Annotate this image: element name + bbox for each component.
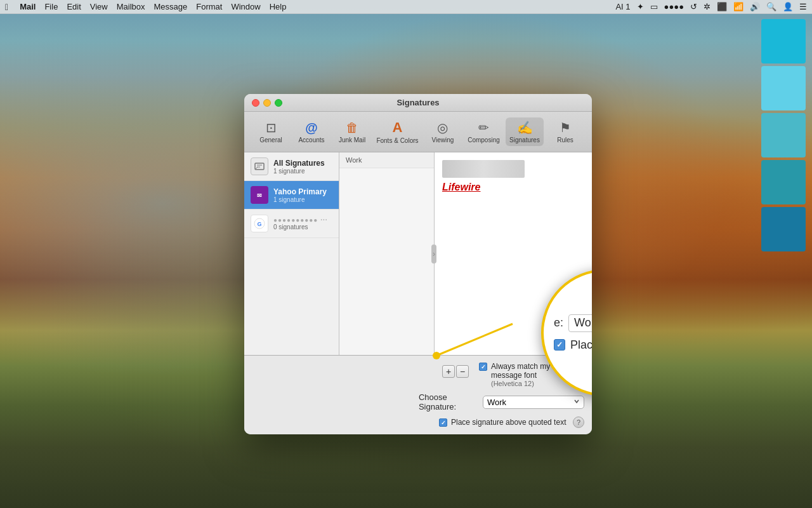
desktop-tile-5 xyxy=(761,207,806,251)
yahoo-primary-name: Yahoo Primary xyxy=(273,187,332,196)
desktop-tile-2 xyxy=(761,66,806,110)
desktop-tile-3 xyxy=(761,113,806,157)
menubar-dropbox-icon: ✦ xyxy=(637,2,644,11)
signatures-label: Signatures xyxy=(509,137,540,144)
remove-signature-button[interactable]: − xyxy=(456,365,469,378)
google-name: ●●●●●●●●●● ··· xyxy=(273,217,332,224)
google-sub: 0 signatures xyxy=(273,224,332,231)
always-match-checkbox[interactable] xyxy=(479,363,487,371)
menu-mail[interactable]: Mail xyxy=(20,2,36,11)
svg-text:✉: ✉ xyxy=(257,192,262,199)
menubar-list-icon: ☰ xyxy=(799,2,807,11)
viewing-label: Viewing xyxy=(432,137,454,144)
rules-icon: ⚑ xyxy=(560,120,571,135)
magnify-choose-row: e: Work xyxy=(554,314,592,332)
menubar-airplay-icon: ⬛ xyxy=(717,2,727,11)
choose-signature-value: Work xyxy=(487,398,570,407)
menubar-ai-icon: AI 1 xyxy=(615,2,630,11)
signatures-dialog: Signatures ⊡ General @ Accounts 🗑 Junk M… xyxy=(244,94,592,434)
account-yahoo-primary[interactable]: ✉ Yahoo Primary 1 signature xyxy=(244,181,339,210)
help-button[interactable]: ? xyxy=(573,417,584,428)
menu-view[interactable]: View xyxy=(90,2,108,11)
viewing-icon: ◎ xyxy=(437,120,448,135)
desktop-tiles xyxy=(761,19,806,251)
magnify-place-checkbox[interactable] xyxy=(554,339,565,351)
desktop-tile-1 xyxy=(761,19,806,64)
menubar-timemachine-icon: ↺ xyxy=(690,2,697,11)
signatures-icon: ✍ xyxy=(517,120,533,135)
magnify-content: e: Work Place xyxy=(544,304,592,362)
menu-message[interactable]: Message xyxy=(154,2,188,11)
signature-preview-image xyxy=(442,160,525,178)
signatures-header: Work xyxy=(339,152,434,168)
menubar-volume-icon: 🔊 xyxy=(750,2,760,11)
composing-icon: ✏ xyxy=(478,120,489,135)
toolbar: ⊡ General @ Accounts 🗑 Junk Mail A Fonts… xyxy=(244,112,592,152)
menubar-search-icon[interactable]: 🔍 xyxy=(766,2,776,11)
toolbar-rules[interactable]: ⚑ Rules xyxy=(546,117,584,146)
apple-menu[interactable]:  xyxy=(5,2,8,12)
all-signatures-sub: 1 signature xyxy=(273,168,332,175)
toolbar-fonts-colors[interactable]: A Fonts & Colors xyxy=(374,117,421,147)
choose-signature-row: Choose Signature: Work xyxy=(252,392,584,411)
toolbar-signatures[interactable]: ✍ Signatures xyxy=(506,117,544,146)
close-button[interactable] xyxy=(252,99,259,107)
place-above-checkbox[interactable] xyxy=(439,418,447,427)
choose-signature-select[interactable]: Work xyxy=(483,396,584,409)
fullscreen-button[interactable] xyxy=(275,99,282,107)
yahoo-primary-info: Yahoo Primary 1 signature xyxy=(273,187,332,203)
place-signature-row: Place signature above quoted text ? xyxy=(439,417,584,428)
toolbar-accounts[interactable]: @ Accounts xyxy=(292,118,331,146)
minimize-button[interactable] xyxy=(263,99,271,107)
menubar-display-icon: ▭ xyxy=(650,2,658,11)
menubar-left:  Mail File Edit View Mailbox Message Fo… xyxy=(5,2,286,12)
toolbar-composing[interactable]: ✏ Composing xyxy=(464,117,503,146)
select-arrow-icon xyxy=(573,398,580,406)
menu-mailbox[interactable]: Mailbox xyxy=(117,2,145,11)
yahoo-primary-sub: 1 signature xyxy=(273,196,332,203)
magnify-place-label: Place xyxy=(570,338,592,352)
yahoo-icon: ✉ xyxy=(251,186,268,204)
signatures-panel: Work xyxy=(339,152,435,355)
account-all-signatures[interactable]: All Signatures 1 signature xyxy=(244,152,339,181)
all-signatures-icon xyxy=(251,157,268,175)
account-google[interactable]: G ●●●●●●●●●● ··· 0 signatures xyxy=(244,210,339,238)
menubar-avatar: 👤 xyxy=(783,2,793,11)
fontscolors-icon: A xyxy=(393,119,403,136)
menubar-bluetooth-icon: ✲ xyxy=(704,2,710,11)
add-remove-buttons: + − xyxy=(442,365,469,378)
menu-window[interactable]: Window xyxy=(231,2,260,11)
traffic-lights xyxy=(252,99,282,107)
google-info: ●●●●●●●●●● ··· 0 signatures xyxy=(273,217,332,231)
rules-label: Rules xyxy=(557,137,573,144)
google-icon: G xyxy=(251,215,268,232)
accounts-label: Accounts xyxy=(298,137,324,144)
menubar-dots-icon: ●●●● xyxy=(664,2,684,11)
svg-text:G: G xyxy=(257,221,261,227)
toolbar-general[interactable]: ⊡ General xyxy=(252,117,290,146)
toolbar-junk-mail[interactable]: 🗑 Junk Mail xyxy=(333,118,371,146)
magnify-work-input[interactable]: Work xyxy=(568,314,592,332)
general-label: General xyxy=(259,137,282,144)
dialog-title: Signatures xyxy=(396,98,439,107)
toolbar-viewing[interactable]: ◎ Viewing xyxy=(424,117,462,146)
menubar-wifi-icon: 📶 xyxy=(733,2,743,11)
place-above-label: Place signature above quoted text xyxy=(451,418,566,427)
menu-edit[interactable]: Edit xyxy=(67,2,81,11)
signature-preview-link: Lifewire xyxy=(442,182,584,193)
menu-format[interactable]: Format xyxy=(196,2,222,11)
menu-file[interactable]: File xyxy=(44,2,58,11)
panel-resize-handle[interactable] xyxy=(431,244,436,264)
magnify-label: e: xyxy=(554,316,563,330)
add-signature-button[interactable]: + xyxy=(442,365,455,378)
all-signatures-name: All Signatures xyxy=(273,159,332,168)
menubar:  Mail File Edit View Mailbox Message Fo… xyxy=(0,0,812,14)
junkmail-icon: 🗑 xyxy=(346,121,358,135)
menu-help[interactable]: Help xyxy=(270,2,287,11)
desktop-tile-4 xyxy=(761,160,806,204)
accounts-panel: All Signatures 1 signature ✉ Yahoo Prima… xyxy=(244,152,339,355)
composing-label: Composing xyxy=(468,137,500,144)
bottom-area: + − Always match my default message font… xyxy=(244,356,592,434)
choose-signature-label: Choose Signature: xyxy=(419,392,478,411)
panes: All Signatures 1 signature ✉ Yahoo Prima… xyxy=(244,152,592,356)
